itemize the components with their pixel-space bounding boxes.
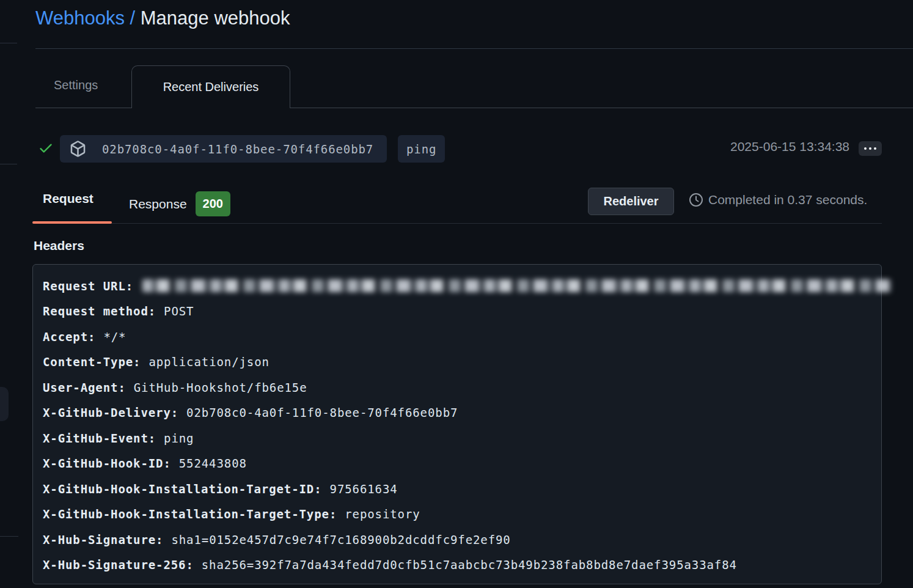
- page-title: Webhooks / Manage webhook: [35, 5, 290, 32]
- headers-section-title: Headers: [34, 238, 84, 253]
- event-badge: ping: [398, 135, 445, 163]
- tab-settings[interactable]: Settings: [54, 78, 98, 92]
- title-divider: [35, 48, 913, 49]
- header-key: X-Hub-Signature-256:: [43, 558, 194, 571]
- completion-status: Completed in 0.37 seconds.: [689, 193, 867, 207]
- header-key: X-GitHub-Hook-Installation-Target-ID:: [43, 482, 322, 496]
- header-row: X-GitHub-Hook-Installation-Target-ID: 97…: [43, 476, 881, 502]
- redeliver-button[interactable]: Redeliver: [588, 188, 674, 215]
- header-row: Accept: */*: [43, 324, 881, 350]
- subtab-divider: [32, 223, 882, 224]
- request-url-redacted-value: [142, 279, 892, 292]
- header-value: application/json: [148, 355, 269, 369]
- package-icon: [70, 141, 86, 157]
- header-row: User-Agent: GitHub-Hookshot/fb6e15e: [43, 375, 881, 400]
- breadcrumb-webhooks-link[interactable]: Webhooks: [35, 7, 125, 29]
- kebab-icon: [864, 147, 867, 150]
- header-key: Request URL:: [43, 279, 133, 293]
- header-key: X-GitHub-Hook-ID:: [43, 457, 171, 470]
- breadcrumb-separator: /: [125, 7, 141, 29]
- completion-text: Completed in 0.37 seconds.: [708, 193, 867, 207]
- header-value: GitHub-Hookshot/fb6e15e: [134, 381, 307, 394]
- header-value: */*: [103, 330, 126, 344]
- header-row: X-GitHub-Delivery: 02b708c0-4a0f-11f0-8b…: [43, 400, 881, 426]
- delivery-options-button[interactable]: [859, 141, 882, 156]
- header-value: sha1=0152e457d7c9e74f7c168900b2dcddfc9fe…: [171, 533, 510, 546]
- header-row: Content-Type: application/json: [43, 350, 881, 375]
- header-row-request-url: Request URL:: [43, 273, 881, 299]
- breadcrumb-current: Manage webhook: [141, 7, 290, 29]
- header-value: sha256=392f7a7da434fedd7d0cfb51c7aabcbc7…: [202, 558, 737, 571]
- header-row: X-Hub-Signature-256: sha256=392f7a7da434…: [43, 553, 881, 578]
- tab-response[interactable]: Response 200: [129, 191, 230, 216]
- header-value: 02b708c0-4a0f-11f0-8bee-70f4f66e0bb7: [186, 406, 458, 419]
- header-row: X-GitHub-Event: ping: [43, 425, 881, 451]
- header-row: X-Hub-Signature: sha1=0152e457d7c9e74f7c…: [43, 527, 881, 553]
- sidebar-item-partial[interactable]: [0, 387, 9, 421]
- header-value: ping: [164, 432, 194, 445]
- header-key: Request method:: [43, 304, 156, 318]
- header-key: Accept:: [43, 330, 95, 344]
- delivery-guid-pill[interactable]: 02b708c0-4a0f-11f0-8bee-70f4f66e0bb7: [60, 135, 387, 163]
- response-status-badge: 200: [196, 191, 230, 216]
- header-key: X-GitHub-Event:: [43, 432, 156, 445]
- header-key: X-Hub-Signature:: [43, 533, 163, 546]
- header-row: X-GitHub-Hook-ID: 552443808: [43, 451, 881, 477]
- headers-panel: Request URL: Request method: POST Accept…: [32, 264, 882, 584]
- header-key: X-GitHub-Hook-Installation-Target-Type:: [43, 507, 337, 521]
- header-row: X-GitHub-Hook-Installation-Target-Type: …: [43, 502, 881, 527]
- header-key: Content-Type:: [43, 355, 141, 369]
- delivery-timestamp: 2025-06-15 13:34:38: [730, 139, 849, 154]
- clock-icon: [689, 193, 703, 207]
- tab-recent-deliveries[interactable]: Recent Deliveries: [131, 65, 290, 108]
- active-tab-underline: [32, 221, 112, 224]
- header-key: User-Agent:: [43, 381, 126, 394]
- tab-request[interactable]: Request: [43, 191, 94, 206]
- header-value: 552443808: [179, 457, 247, 470]
- header-row: Request method: POST: [43, 299, 881, 325]
- header-value: POST: [164, 304, 194, 318]
- success-check-icon: [38, 140, 54, 156]
- tab-response-label: Response: [129, 197, 187, 211]
- header-value: repository: [345, 507, 420, 521]
- sidebar-divider: [0, 43, 17, 43]
- sidebar-divider: [0, 164, 17, 164]
- delivery-guid: 02b708c0-4a0f-11f0-8bee-70f4f66e0bb7: [102, 142, 373, 156]
- sidebar-divider: [0, 536, 18, 537]
- header-value: 975661634: [330, 482, 398, 496]
- header-key: X-GitHub-Delivery:: [43, 406, 178, 419]
